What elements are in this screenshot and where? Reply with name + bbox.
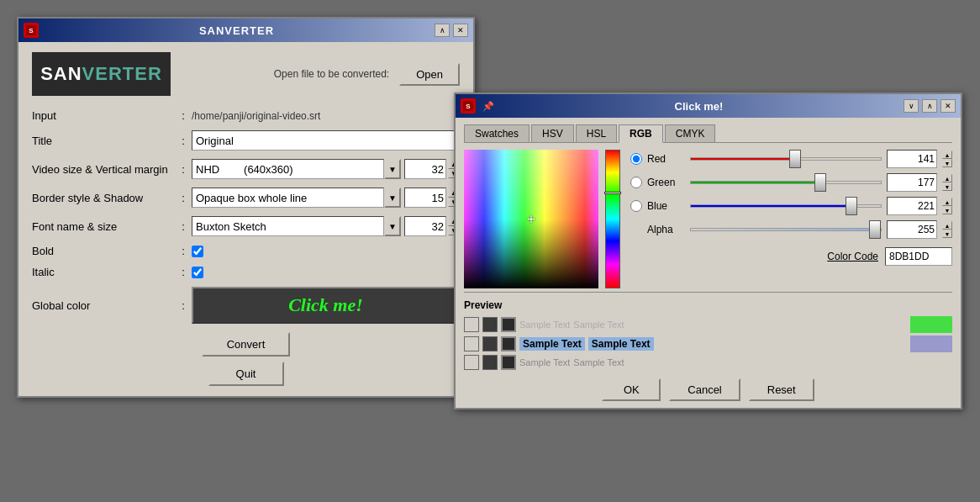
green-slider-row: Green ▲ ▼ (630, 173, 952, 192)
italic-checkbox-wrap (192, 267, 460, 278)
green-up[interactable]: ▲ (942, 174, 952, 182)
global-color-colon: : (175, 299, 192, 312)
blue-down[interactable]: ▼ (942, 206, 952, 214)
blue-input[interactable] (887, 197, 937, 215)
font-colon: : (175, 220, 192, 233)
tab-cmyk[interactable]: CMYK (665, 124, 716, 142)
alpha-down[interactable]: ▼ (942, 230, 952, 238)
border-style-colon: : (175, 192, 192, 204)
border-style-select[interactable] (192, 188, 384, 208)
border-style-control: ▼ ▲ ▼ (192, 188, 460, 208)
red-input[interactable] (887, 150, 937, 168)
blue-up[interactable]: ▲ (942, 198, 952, 206)
red-radio[interactable] (630, 153, 642, 165)
blue-label: Blue (647, 200, 685, 212)
color-close-button[interactable]: ✕ (940, 99, 956, 113)
video-size-select[interactable] (192, 159, 384, 179)
color-minimize-button[interactable]: ∨ (904, 99, 919, 113)
video-size-value: ▼ ▲ ▼ (192, 159, 460, 179)
video-size-spinner-input[interactable] (404, 159, 446, 179)
color-code-label: Color Code (827, 251, 878, 262)
preview-text-1a: Sample Text (519, 320, 570, 330)
border-style-dropdown-arrow[interactable]: ▼ (384, 188, 401, 208)
logo-san: SAN (40, 63, 82, 84)
maximize-button[interactable]: ✕ (453, 24, 468, 37)
color-code-input[interactable] (885, 247, 952, 266)
color-picker-window: S 📌 Click me! ∨ ∧ ✕ Swatches HSV HSL RGB (454, 92, 962, 410)
red-label: Red (647, 153, 685, 165)
bold-value (192, 246, 460, 257)
alpha-up[interactable]: ▲ (942, 221, 952, 230)
hue-indicator (604, 192, 621, 194)
open-button[interactable]: Open (399, 63, 460, 86)
logo-box: SANVERTER (32, 52, 171, 96)
preview-sq-border-2 (501, 336, 516, 351)
title-label: Title (32, 135, 175, 147)
italic-value (192, 267, 460, 278)
red-down[interactable]: ▼ (942, 159, 952, 167)
alpha-slider-row: Alpha ▲ ▼ (630, 220, 952, 239)
global-color-button[interactable]: Click me! (192, 287, 460, 324)
border-style-spinner-input[interactable] (404, 188, 446, 208)
red-slider-row: Red ▲ ▼ (630, 150, 952, 168)
italic-colon: : (175, 266, 192, 278)
color-window-pin: 📌 (482, 101, 494, 112)
bold-row: Bold : (32, 245, 460, 257)
red-up[interactable]: ▲ (942, 151, 952, 159)
input-path: /home/panji/original-video.srt (192, 110, 320, 122)
title-colon: : (175, 135, 192, 147)
alpha-input[interactable] (887, 220, 937, 239)
tab-swatches[interactable]: Swatches (464, 124, 530, 142)
green-label: Green (647, 177, 685, 188)
video-size-control: ▼ ▲ ▼ (192, 159, 460, 179)
open-label: Open file to be converted: (274, 68, 389, 80)
green-slider[interactable] (690, 181, 882, 184)
green-input[interactable] (887, 173, 937, 192)
green-radio[interactable] (630, 177, 642, 188)
video-size-spinner: ▲ ▼ (404, 159, 460, 179)
video-size-colon: : (175, 163, 192, 176)
title-input[interactable] (192, 130, 460, 151)
color-dialog-buttons: OK Cancel Reset (464, 378, 952, 401)
italic-checkbox[interactable] (192, 267, 203, 278)
minimize-button[interactable]: ∧ (435, 24, 450, 37)
gradient-overlay (464, 150, 598, 288)
color-gradient-picker[interactable]: + (464, 150, 598, 288)
tab-hsv[interactable]: HSV (531, 124, 574, 142)
bold-checkbox[interactable] (192, 246, 203, 257)
preview-row-1: Sample Text Sample Text (464, 316, 952, 333)
hue-bar[interactable] (605, 150, 620, 288)
sliders-area: Red ▲ ▼ Green ▲ ▼ (627, 150, 952, 288)
reset-button[interactable]: Reset (749, 378, 814, 401)
preview-sq-light-2 (464, 336, 479, 351)
font-dropdown-arrow[interactable]: ▼ (384, 216, 401, 236)
red-spinners: ▲ ▼ (942, 151, 952, 167)
blue-radio[interactable] (630, 200, 642, 212)
italic-row: Italic : (32, 266, 460, 278)
border-style-select-wrap: ▼ (192, 188, 401, 208)
preview-row-3: Sample Text Sample Text (464, 355, 952, 370)
cancel-button[interactable]: Cancel (669, 378, 740, 401)
logo-area: SANVERTER Open file to be converted: Ope… (32, 52, 460, 96)
tab-rgb[interactable]: RGB (619, 124, 663, 143)
color-restore-button[interactable]: ∧ (922, 99, 937, 113)
blue-slider[interactable] (690, 204, 882, 208)
border-style-label: Border style & Shadow (32, 192, 175, 204)
border-style-value: ▼ ▲ ▼ (192, 188, 460, 208)
ok-button[interactable]: OK (602, 378, 661, 401)
quit-button[interactable]: Quit (208, 362, 284, 386)
font-spinner-input[interactable] (404, 216, 446, 236)
preview-sq-dark-2 (482, 336, 498, 351)
color-window-title: Click me! (501, 100, 897, 113)
green-down[interactable]: ▼ (942, 182, 952, 191)
video-size-dropdown-arrow[interactable]: ▼ (384, 159, 401, 179)
tab-hsl[interactable]: HSL (576, 124, 617, 142)
convert-button[interactable]: Convert (202, 332, 291, 357)
logo: SANVERTER (40, 63, 162, 85)
tabs-row: Swatches HSV HSL RGB CMYK (464, 124, 952, 143)
alpha-slider[interactable] (690, 228, 882, 231)
preview-text-2b: Sample Text (588, 337, 654, 351)
red-slider[interactable] (690, 157, 882, 161)
font-select[interactable] (192, 216, 384, 236)
bold-label: Bold (32, 245, 175, 257)
